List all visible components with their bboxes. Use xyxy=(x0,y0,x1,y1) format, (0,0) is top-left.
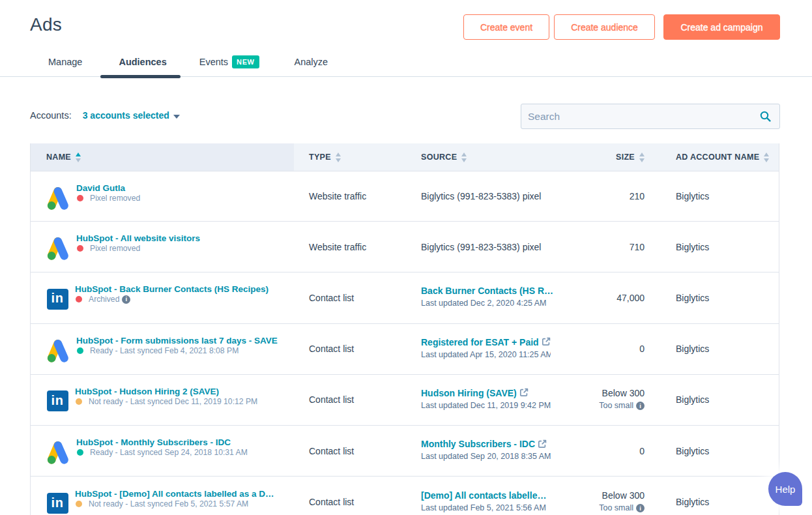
search-input[interactable] xyxy=(521,104,760,128)
name-cell: David Gutla Pixel removed xyxy=(31,171,294,221)
source-cell: Biglytics (991-823-5383) pixel xyxy=(406,171,583,221)
column-header-source[interactable]: SOURCE xyxy=(406,143,583,171)
audience-name-link[interactable]: HubSpot - Back Burner Contacts (HS Recip… xyxy=(75,284,268,294)
account-cell: Biglytics xyxy=(660,375,779,425)
status-dot xyxy=(76,398,82,405)
create-ad-campaign-button[interactable]: Create ad campaign xyxy=(663,14,780,40)
audience-name-link[interactable]: HubSpot - All website visitors xyxy=(76,233,200,243)
audience-name-link[interactable]: David Gutla xyxy=(76,183,140,193)
search-box xyxy=(521,104,780,129)
tab-manage[interactable]: Manage xyxy=(48,57,82,67)
source-link[interactable]: Back Burner Contacts (HS R… xyxy=(421,286,553,296)
help-button[interactable]: Help xyxy=(768,472,802,506)
column-header-type[interactable]: TYPE xyxy=(294,143,406,171)
type-text: Website traffic xyxy=(309,242,406,252)
info-icon[interactable]: i xyxy=(636,402,645,410)
account-name-text: Biglytics xyxy=(676,344,779,354)
tab-analyze[interactable]: Analyze xyxy=(295,57,328,67)
name-block: HubSpot - All website visitors Pixel rem… xyxy=(76,233,200,254)
page-title: Ads xyxy=(30,14,62,35)
type-cell: Website traffic xyxy=(294,171,406,221)
size-cell: Below 300Too smalli xyxy=(583,477,660,515)
size-value: 47,000 xyxy=(616,293,645,303)
status-text: Ready - Last synced Sep 24, 2018 10:31 A… xyxy=(90,447,248,458)
size-value: 0 xyxy=(639,446,645,456)
type-cell: Contact list xyxy=(294,272,406,323)
status-line: Not ready - Last synced Feb 5, 2021 5:57… xyxy=(75,499,274,509)
audiences-table: NAME TYPE SOURCE SIZE AD ACCOUNT NAME Da… xyxy=(30,143,779,515)
tab-audiences[interactable]: Audiences xyxy=(119,57,166,67)
audience-name-link[interactable]: HubSpot - [Demo] All contacts labelled a… xyxy=(75,489,274,499)
column-header-account[interactable]: AD ACCOUNT NAME xyxy=(660,143,779,171)
accounts-select[interactable]: 3 accounts selected xyxy=(83,110,180,121)
accounts-select-value: 3 accounts selected xyxy=(83,110,169,121)
external-link-icon xyxy=(538,439,547,449)
source-link[interactable]: Registered for ESAT + Paid xyxy=(421,338,539,347)
header-actions: Create event Create audience Create ad c… xyxy=(463,14,780,40)
accounts-label: Accounts: xyxy=(30,110,72,121)
search-icon[interactable] xyxy=(760,111,771,122)
size-value: Below 300 xyxy=(602,490,645,501)
audience-name-link[interactable]: HubSpot - Form submissions last 7 days -… xyxy=(76,336,278,346)
status-text: Not ready - Last synced Dec 11, 2019 10:… xyxy=(89,396,257,407)
sort-icon-type xyxy=(336,153,341,162)
status-line: Ready - Last synced Feb 4, 2021 8:08 PM xyxy=(76,346,278,356)
size-cell: 47,000 xyxy=(583,272,660,323)
account-cell: Biglytics xyxy=(660,426,779,476)
create-audience-button[interactable]: Create audience xyxy=(554,14,655,40)
column-header-size-label: SIZE xyxy=(616,153,635,162)
column-header-size[interactable]: SIZE xyxy=(583,143,660,171)
info-icon[interactable]: i xyxy=(122,295,130,304)
size-cell: 210 xyxy=(583,171,660,221)
source-text: Biglytics (991-823-5383) pixel xyxy=(421,191,583,201)
google-ads-logo xyxy=(45,440,71,466)
create-event-button[interactable]: Create event xyxy=(463,14,549,40)
account-name-text: Biglytics xyxy=(676,293,779,303)
status-dot xyxy=(76,296,82,302)
status-text: Archived xyxy=(89,294,119,304)
column-header-source-label: SOURCE xyxy=(421,153,457,162)
source-cell: Back Burner Contacts (HS R…Last updated … xyxy=(406,272,583,323)
tab-bar: Manage Audiences EventsNEW Analyze xyxy=(48,55,328,69)
info-icon[interactable]: i xyxy=(636,504,645,512)
account-name-text: Biglytics xyxy=(676,446,779,456)
linkedin-logo: in xyxy=(47,390,68,411)
new-badge: NEW xyxy=(232,55,259,68)
table-row: in HubSpot - Back Burner Contacts (HS Re… xyxy=(31,272,779,323)
type-text: Contact list xyxy=(309,344,406,354)
accounts-filter: Accounts: 3 accounts selected xyxy=(30,110,180,121)
size-value: 710 xyxy=(630,242,645,252)
audience-name-link[interactable]: HubSpot - Hudson Hiring 2 (SAVE) xyxy=(75,387,257,396)
name-block: HubSpot - Hudson Hiring 2 (SAVE) Not rea… xyxy=(75,387,257,407)
table-row: in HubSpot - Hudson Hiring 2 (SAVE) Not … xyxy=(31,375,779,426)
size-cell: 0 xyxy=(583,426,660,476)
type-cell: Contact list xyxy=(294,426,406,476)
account-cell: Biglytics xyxy=(660,272,779,323)
tab-events-label: Events xyxy=(199,57,228,67)
source-last-updated: Last updated Dec 2, 2020 4:25 AM xyxy=(421,298,551,309)
name-block: HubSpot - Monthly Subscribers - IDC Read… xyxy=(76,437,248,458)
table-row: HubSpot - Form submissions last 7 days -… xyxy=(31,324,779,375)
source-link[interactable]: [Demo] All contacts labelle… xyxy=(421,491,546,501)
sort-icon-name xyxy=(76,153,81,162)
account-name-text: Biglytics xyxy=(676,497,779,507)
type-text: Contact list xyxy=(309,293,406,303)
status-dot xyxy=(77,195,83,201)
source-link[interactable]: Hudson Hiring (SAVE) xyxy=(421,389,517,398)
source-last-updated: Last updated Feb 5, 2021 5:56 AM xyxy=(421,503,551,514)
sort-icon-size xyxy=(639,153,645,162)
source-link[interactable]: Monthly Subscribers - IDC xyxy=(421,439,535,449)
type-cell: Contact list xyxy=(294,324,406,374)
google-ads-logo xyxy=(45,185,71,211)
status-line: Archived i xyxy=(75,294,268,304)
audience-name-link[interactable]: HubSpot - Monthly Subscribers - IDC xyxy=(76,437,248,447)
column-header-type-label: TYPE xyxy=(309,153,331,162)
source-cell: Hudson Hiring (SAVE)Last updated Dec 11,… xyxy=(406,375,583,425)
tab-events[interactable]: EventsNEW xyxy=(199,55,259,68)
status-line: Pixel removed xyxy=(76,193,140,203)
name-cell: in HubSpot - [Demo] All contacts labelle… xyxy=(31,477,294,515)
column-header-name[interactable]: NAME xyxy=(31,143,294,171)
name-cell: HubSpot - Monthly Subscribers - IDC Read… xyxy=(31,426,294,476)
google-ads-logo xyxy=(45,338,71,364)
name-cell: in HubSpot - Hudson Hiring 2 (SAVE) Not … xyxy=(31,375,294,425)
